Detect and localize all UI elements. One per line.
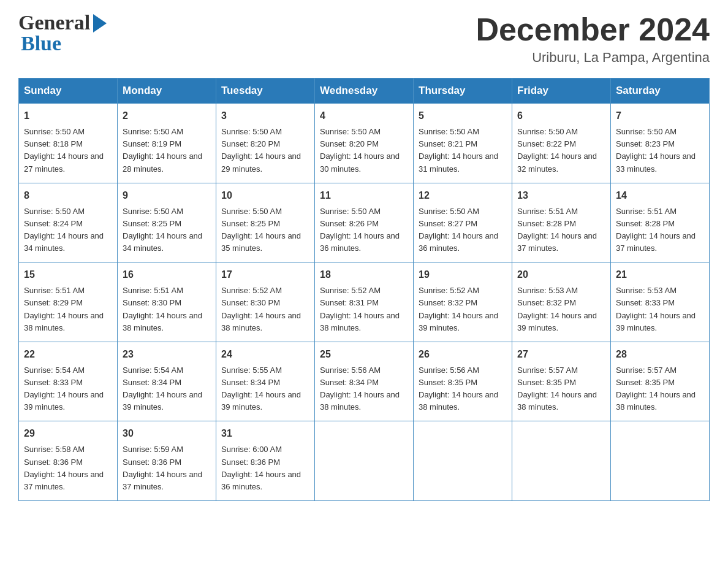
day-number: 10 <box>221 188 309 203</box>
day-of-week-header: Monday <box>118 79 216 104</box>
day-info: Sunrise: 5:51 AMSunset: 8:28 PMDaylight:… <box>517 205 605 255</box>
calendar-day-cell: 3Sunrise: 5:50 AMSunset: 8:20 PMDaylight… <box>216 104 315 183</box>
day-number: 7 <box>616 109 704 123</box>
calendar-day-cell: 25Sunrise: 5:56 AMSunset: 8:34 PMDayligh… <box>315 342 414 421</box>
day-info: Sunrise: 5:54 AMSunset: 8:33 PMDaylight:… <box>24 364 112 414</box>
day-info: Sunrise: 5:52 AMSunset: 8:31 PMDaylight:… <box>320 285 408 334</box>
day-number: 23 <box>123 347 211 362</box>
calendar-day-cell <box>315 421 414 501</box>
calendar-day-cell: 10Sunrise: 5:50 AMSunset: 8:25 PMDayligh… <box>216 183 315 262</box>
day-info: Sunrise: 5:53 AMSunset: 8:33 PMDaylight:… <box>616 285 704 334</box>
calendar-day-cell: 23Sunrise: 5:54 AMSunset: 8:34 PMDayligh… <box>118 342 216 421</box>
day-number: 25 <box>320 347 408 362</box>
calendar-day-cell: 16Sunrise: 5:51 AMSunset: 8:30 PMDayligh… <box>118 262 216 342</box>
calendar-day-cell: 5Sunrise: 5:50 AMSunset: 8:21 PMDaylight… <box>414 104 512 183</box>
day-info: Sunrise: 5:50 AMSunset: 8:20 PMDaylight:… <box>320 126 408 175</box>
calendar-header-row: SundayMondayTuesdayWednesdayThursdayFrid… <box>19 79 710 104</box>
calendar-week-row: 29Sunrise: 5:58 AMSunset: 8:36 PMDayligh… <box>19 421 710 501</box>
day-number: 12 <box>419 188 507 203</box>
calendar-week-row: 22Sunrise: 5:54 AMSunset: 8:33 PMDayligh… <box>19 342 710 421</box>
day-info: Sunrise: 5:51 AMSunset: 8:28 PMDaylight:… <box>616 205 704 255</box>
day-number: 13 <box>517 188 605 203</box>
page-header: General Blue December 2024 Uriburu, La P… <box>18 12 710 66</box>
day-info: Sunrise: 5:56 AMSunset: 8:34 PMDaylight:… <box>320 364 408 414</box>
day-info: Sunrise: 5:59 AMSunset: 8:36 PMDaylight:… <box>123 443 211 493</box>
day-number: 28 <box>616 347 704 362</box>
day-number: 24 <box>221 347 309 362</box>
calendar-day-cell: 2Sunrise: 5:50 AMSunset: 8:19 PMDaylight… <box>118 104 216 183</box>
calendar-subtitle: Uriburu, La Pampa, Argentina <box>476 50 710 66</box>
day-number: 16 <box>123 267 211 282</box>
calendar-day-cell <box>512 421 611 501</box>
day-number: 17 <box>221 267 309 282</box>
calendar-day-cell: 19Sunrise: 5:52 AMSunset: 8:32 PMDayligh… <box>414 262 512 342</box>
logo-arrow-icon <box>93 14 107 34</box>
day-number: 19 <box>419 267 507 282</box>
calendar-day-cell: 8Sunrise: 5:50 AMSunset: 8:24 PMDaylight… <box>19 183 118 262</box>
day-number: 18 <box>320 267 408 282</box>
day-number: 8 <box>24 188 112 203</box>
day-of-week-header: Friday <box>512 79 611 104</box>
calendar-day-cell: 12Sunrise: 5:50 AMSunset: 8:27 PMDayligh… <box>414 183 512 262</box>
title-block: December 2024 Uriburu, La Pampa, Argenti… <box>476 12 710 66</box>
day-info: Sunrise: 5:50 AMSunset: 8:27 PMDaylight:… <box>419 205 507 255</box>
day-number: 26 <box>419 347 507 362</box>
day-number: 4 <box>320 109 408 123</box>
calendar-week-row: 15Sunrise: 5:51 AMSunset: 8:29 PMDayligh… <box>19 262 710 342</box>
calendar-day-cell: 18Sunrise: 5:52 AMSunset: 8:31 PMDayligh… <box>315 262 414 342</box>
svg-marker-0 <box>93 14 107 33</box>
calendar-day-cell: 1Sunrise: 5:50 AMSunset: 8:18 PMDaylight… <box>19 104 118 183</box>
day-number: 31 <box>221 426 309 441</box>
calendar-day-cell <box>611 421 710 501</box>
day-info: Sunrise: 6:00 AMSunset: 8:36 PMDaylight:… <box>221 443 309 493</box>
calendar-day-cell: 6Sunrise: 5:50 AMSunset: 8:22 PMDaylight… <box>512 104 611 183</box>
calendar-day-cell: 14Sunrise: 5:51 AMSunset: 8:28 PMDayligh… <box>611 183 710 262</box>
day-number: 3 <box>221 109 309 123</box>
calendar-day-cell: 28Sunrise: 5:57 AMSunset: 8:35 PMDayligh… <box>611 342 710 421</box>
day-info: Sunrise: 5:50 AMSunset: 8:22 PMDaylight:… <box>517 126 605 175</box>
calendar-day-cell: 26Sunrise: 5:56 AMSunset: 8:35 PMDayligh… <box>414 342 512 421</box>
day-of-week-header: Sunday <box>19 79 118 104</box>
day-number: 11 <box>320 188 408 203</box>
day-info: Sunrise: 5:53 AMSunset: 8:32 PMDaylight:… <box>517 285 605 334</box>
calendar-day-cell: 31Sunrise: 6:00 AMSunset: 8:36 PMDayligh… <box>216 421 315 501</box>
day-number: 5 <box>419 109 507 123</box>
calendar-day-cell: 24Sunrise: 5:55 AMSunset: 8:34 PMDayligh… <box>216 342 315 421</box>
calendar-day-cell: 21Sunrise: 5:53 AMSunset: 8:33 PMDayligh… <box>611 262 710 342</box>
day-info: Sunrise: 5:50 AMSunset: 8:26 PMDaylight:… <box>320 205 408 255</box>
calendar-day-cell: 7Sunrise: 5:50 AMSunset: 8:23 PMDaylight… <box>611 104 710 183</box>
day-info: Sunrise: 5:52 AMSunset: 8:30 PMDaylight:… <box>221 285 309 334</box>
calendar-day-cell: 4Sunrise: 5:50 AMSunset: 8:20 PMDaylight… <box>315 104 414 183</box>
calendar-day-cell: 15Sunrise: 5:51 AMSunset: 8:29 PMDayligh… <box>19 262 118 342</box>
day-info: Sunrise: 5:50 AMSunset: 8:21 PMDaylight:… <box>419 126 507 175</box>
calendar-day-cell: 27Sunrise: 5:57 AMSunset: 8:35 PMDayligh… <box>512 342 611 421</box>
day-of-week-header: Thursday <box>414 79 512 104</box>
day-info: Sunrise: 5:55 AMSunset: 8:34 PMDaylight:… <box>221 364 309 414</box>
day-number: 20 <box>517 267 605 282</box>
day-number: 27 <box>517 347 605 362</box>
day-number: 2 <box>123 109 211 123</box>
calendar-week-row: 8Sunrise: 5:50 AMSunset: 8:24 PMDaylight… <box>19 183 710 262</box>
logo-blue-text: Blue <box>21 33 61 54</box>
day-number: 1 <box>24 109 112 123</box>
day-info: Sunrise: 5:50 AMSunset: 8:20 PMDaylight:… <box>221 126 309 175</box>
calendar-day-cell: 9Sunrise: 5:50 AMSunset: 8:25 PMDaylight… <box>118 183 216 262</box>
day-info: Sunrise: 5:56 AMSunset: 8:35 PMDaylight:… <box>419 364 507 414</box>
day-number: 29 <box>24 426 112 441</box>
day-info: Sunrise: 5:51 AMSunset: 8:29 PMDaylight:… <box>24 285 112 334</box>
logo: General Blue <box>18 12 107 54</box>
day-of-week-header: Tuesday <box>216 79 315 104</box>
day-number: 9 <box>123 188 211 203</box>
calendar-day-cell: 20Sunrise: 5:53 AMSunset: 8:32 PMDayligh… <box>512 262 611 342</box>
day-info: Sunrise: 5:50 AMSunset: 8:19 PMDaylight:… <box>123 126 211 175</box>
calendar-day-cell: 29Sunrise: 5:58 AMSunset: 8:36 PMDayligh… <box>19 421 118 501</box>
day-info: Sunrise: 5:57 AMSunset: 8:35 PMDaylight:… <box>616 364 704 414</box>
calendar-day-cell: 22Sunrise: 5:54 AMSunset: 8:33 PMDayligh… <box>19 342 118 421</box>
day-number: 21 <box>616 267 704 282</box>
day-info: Sunrise: 5:50 AMSunset: 8:25 PMDaylight:… <box>221 205 309 255</box>
day-info: Sunrise: 5:50 AMSunset: 8:24 PMDaylight:… <box>24 205 112 255</box>
calendar-table: SundayMondayTuesdayWednesdayThursdayFrid… <box>18 78 710 501</box>
calendar-day-cell: 11Sunrise: 5:50 AMSunset: 8:26 PMDayligh… <box>315 183 414 262</box>
calendar-title: December 2024 <box>476 12 710 47</box>
day-info: Sunrise: 5:50 AMSunset: 8:18 PMDaylight:… <box>24 126 112 175</box>
